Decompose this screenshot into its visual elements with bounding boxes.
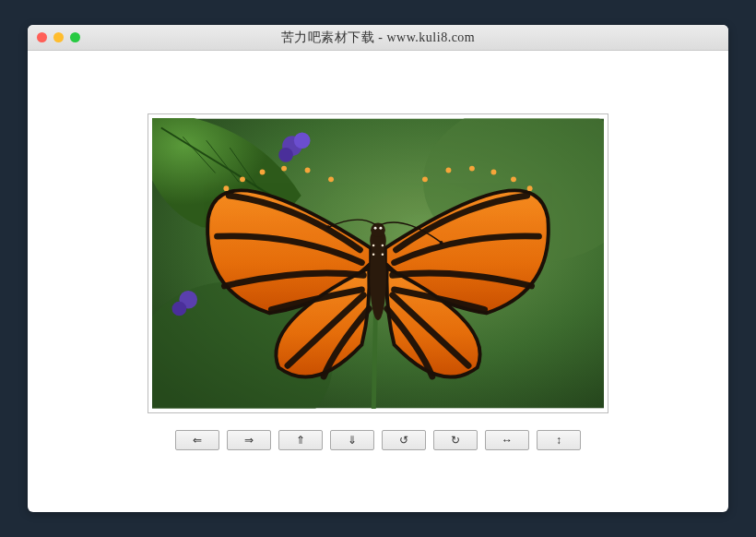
rotate-ccw-icon[interactable]: ↺ [382,430,426,450]
svg-point-7 [172,301,187,316]
svg-point-12 [281,165,287,171]
svg-point-5 [278,148,293,162]
flip-horizontal-icon[interactable]: ↔ [485,430,529,450]
butterfly-image [152,118,604,409]
close-icon[interactable] [37,32,47,42]
content-area: ⇐⇒⇑⇓↺↻↔↕ [28,51,728,512]
svg-point-14 [328,176,334,182]
svg-point-26 [372,244,375,246]
svg-point-28 [372,253,375,256]
svg-point-23 [371,222,385,237]
arrow-up-icon[interactable]: ⇑ [278,430,323,450]
window-controls [37,32,80,42]
svg-point-4 [294,132,311,149]
window-title: 苦力吧素材下载 - www.kuli8.com [281,30,475,46]
svg-point-20 [422,176,428,182]
svg-point-16 [511,176,516,182]
flip-vertical-icon[interactable]: ↕ [537,430,581,450]
svg-point-9 [223,185,229,191]
svg-point-11 [260,169,266,174]
svg-point-30 [326,225,330,229]
svg-point-13 [305,167,311,173]
minimize-icon[interactable] [53,32,64,42]
titlebar: 苦力吧素材下载 - www.kuli8.com [28,25,728,51]
rotate-cw-icon[interactable]: ↻ [433,430,478,450]
maximize-icon[interactable] [70,32,80,42]
toolbar: ⇐⇒⇑⇓↺↻↔↕ [175,430,581,450]
svg-point-27 [382,244,384,246]
arrow-left-icon[interactable]: ⇐ [175,430,219,450]
app-window: 苦力吧素材下载 - www.kuli8.com [28,25,728,512]
svg-point-25 [379,226,382,229]
arrow-down-icon[interactable]: ⇓ [330,430,374,450]
image-viewer [148,113,608,413]
svg-point-29 [382,253,384,256]
svg-point-19 [446,167,452,173]
svg-point-17 [491,169,497,174]
svg-point-31 [440,241,443,245]
svg-point-18 [469,165,475,171]
svg-point-10 [240,176,245,182]
svg-point-24 [374,226,377,229]
svg-point-15 [527,185,533,191]
arrow-right-icon[interactable]: ⇒ [227,430,271,450]
